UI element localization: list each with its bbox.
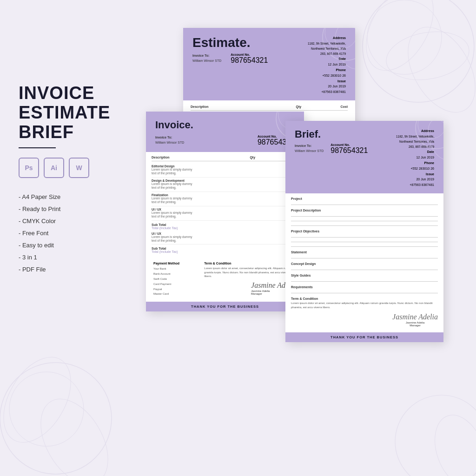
brief-card: Brief. Invoice To: William Winsor STD Ac… [285,121,443,342]
invoice-tc-text: Lorem ipsum dolor sit amet, consectetur … [204,266,297,278]
brief-phone2: +87563 8367481 [396,182,434,188]
feature-print: Ready to Print [19,203,126,215]
brief-statement-label: Statement [291,251,438,254]
estimate-cost-header: Cost [309,105,348,108]
table-row: UI / UXLorem ipsum is simply dummytext o… [152,231,298,245]
estimate-account-label: Account No. [231,53,268,56]
brief-phone-value: +552 283010 26 [396,166,434,172]
estimate-issue-value: 20 Jun 2019 [308,84,346,89]
brief-requirements-label: Requirements [291,285,438,289]
brief-to-value: William Winsor STD [295,149,324,152]
brief-sig-manager: Manager [392,324,438,327]
brief-field-project: Project [291,197,438,205]
software-icons: Ps Ai W [19,158,126,178]
invoice-subtotal-label-2: Sub Total [152,247,298,250]
brief-desc-line2 [291,218,438,221]
svg-point-13 [330,28,355,73]
feature-color: CMYK Color [19,215,126,227]
invoice-tc-title: Term & Condition [204,262,297,265]
row-desc: Lorem ipsum is simply dummytext of the p… [152,235,244,243]
payment-item: Paypal [153,287,199,292]
brief-title: Brief. [295,128,368,140]
brief-field-requirements: Requirements [291,285,438,293]
brief-statement-line [291,255,438,258]
payment-right: Term & Condition Lorem ipsum dolor sit a… [204,262,297,298]
brief-concept-line [291,266,438,270]
brief-account-label: Account No. [331,143,368,146]
invoice-card: Invoice. Invoice To: William Winsor STD … [146,112,304,311]
brief-signature: Jasmine Adelia [392,313,438,321]
payment-item: Swift Code [153,277,199,282]
feature-3in1: 3 in 1 [19,251,126,264]
brief-field-statement: Statement [291,251,438,258]
svg-point-5 [0,363,112,474]
estimate-invoice-to-value: William Winsor STD [192,59,221,62]
payment-left: Payment Method Your Bank Bank Account Sw… [153,262,199,298]
brief-obj-line1 [291,234,438,238]
svg-point-11 [323,28,355,60]
invoice-subtotal-2: Sub Total Total (Include Tax) [152,245,298,254]
brief-footer: THANK YOU FOR THE BUSINESS [285,332,443,342]
brief-signature-block: Jasmine Adelia Jasmine Adelia Manager [392,313,438,327]
invoice-desc-header: Description [152,156,244,159]
payment-item: Master Card [153,291,199,297]
estimate-issue-label: Issue [308,79,346,84]
brief-project-line [291,201,438,205]
brief-header-floral [397,121,443,163]
title-divider [19,147,56,148]
row-desc: Lorem ipsum is simply dummytext of the p… [152,182,244,190]
table-row: UI / UXLorem ipsum is simply dummytext o… [152,206,298,221]
feature-paper: A4 Paper Size [19,191,126,203]
brief-req-line [291,290,438,293]
brief-objectives-label: Project Objectives [291,230,438,233]
illustrator-icon: Ai [44,158,64,178]
estimate-desc-header: Description [191,105,289,108]
brief-field-concept: Concept Design [291,262,438,270]
brief-field-style: Style Guides [291,274,438,282]
invoice-footer: THANK YOU FOR THE BUSINESS [146,302,304,311]
row-title: UI / UX [152,232,244,235]
invoice-subtotal-value-2: Total (Include Tax) [152,250,298,253]
brief-field-objectives: Project Objectives [291,230,438,247]
documents-area: Estimate. Invoice To: William Winsor STD… [146,28,462,456]
invoice-to-label: Invoice To: [155,136,172,139]
invoice-payment-section: Payment Method Your Bank Bank Account Sw… [146,258,304,301]
estimate-table-header: Description Qty Cost [191,105,348,111]
svg-point-8 [0,345,85,454]
estimate-header: Estimate. Invoice To: William Winsor STD… [183,28,355,100]
payment-item: Your Bank [153,266,199,271]
brief-desc-label: Project Description [291,209,438,212]
main-title: INVOICEESTIMATEBRIEF [19,84,126,142]
word-icon: W [69,158,89,178]
estimate-account-value: 987654321 [231,56,268,65]
brief-style-label: Style Guides [291,274,438,277]
svg-point-18 [423,121,443,163]
table-row: Editorial DesignLorem ipsum is simply du… [152,163,298,178]
feature-edit: Easy to edit [19,239,126,251]
estimate-invoice-to-label: Invoice To: [192,54,209,57]
brief-desc-line1 [291,213,438,217]
brief-project-label: Project [291,197,438,200]
svg-point-17 [418,121,443,139]
brief-style-line [291,278,438,282]
invoice-signature-area: Jasmine Adelia Jasmine Adelia Manager [204,278,297,298]
brief-issue-label: Issue [396,172,434,177]
invoice-subtotal: Sub Total Total (Include Tax) [152,221,298,231]
brief-field-desc: Project Description [291,209,438,226]
left-panel: INVOICEESTIMATEBRIEF Ps Ai W A4 Paper Si… [19,84,126,276]
brief-signature-area: Jasmine Adelia Jasmine Adelia Manager [291,311,438,329]
brief-tc-title: Term & Condition [291,297,438,300]
invoice-table-header: Description Qty Cost [152,156,298,161]
invoice-header: Invoice. Invoice To: William Winsor STD … [146,112,304,152]
brief-header: Brief. Invoice To: William Winsor STD Ac… [285,121,443,193]
row-title: Editorial Design [152,165,244,168]
svg-point-16 [416,121,443,149]
brief-desc-line3 [291,222,438,226]
row-title: Design & Development [152,179,244,182]
features-list: A4 Paper Size Ready to Print CMYK Color … [19,191,126,276]
invoice-body: Description Qty Cost Editorial DesignLor… [146,152,304,258]
brief-obj-line2 [291,238,438,242]
estimate-title: Estimate. [192,35,268,50]
brief-obj-line3 [291,243,438,247]
estimate-phone2: +87563 8367481 [308,89,346,95]
